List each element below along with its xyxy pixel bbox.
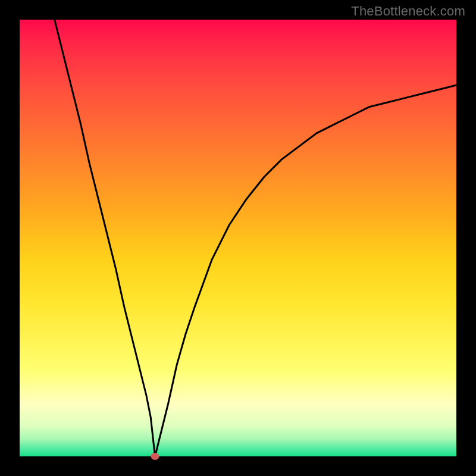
watermark-text: TheBottleneck.com: [351, 4, 465, 19]
plot-background: [20, 20, 456, 456]
chart-svg: [0, 0, 476, 476]
minimum-marker-icon: [151, 453, 159, 460]
chart-root: TheBottleneck.com: [0, 0, 476, 476]
